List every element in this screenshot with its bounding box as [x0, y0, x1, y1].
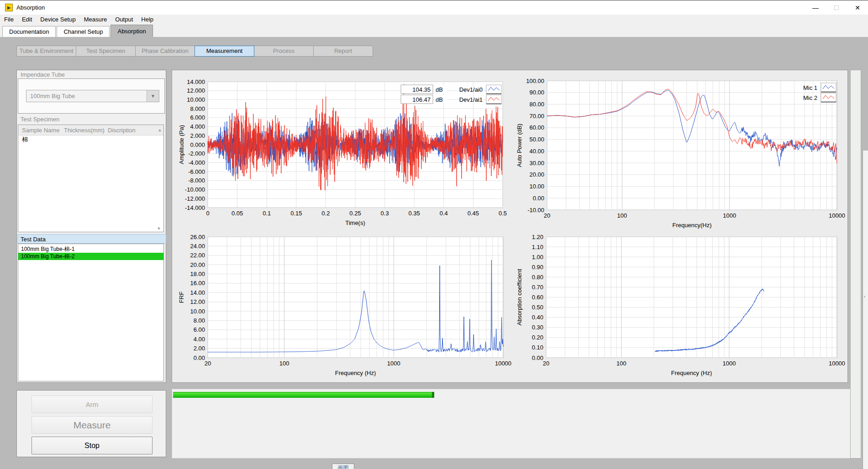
time-ylabel: Amplitude (Pa) [178, 125, 185, 164]
table-row[interactable]: 棉 [18, 135, 163, 144]
svg-text:4.000: 4.000 [190, 123, 205, 130]
menu-item-file[interactable]: File [0, 15, 18, 24]
tab-documentation[interactable]: Documentation [2, 26, 56, 37]
svg-text:100: 100 [617, 212, 627, 219]
dropdown-arrow-icon[interactable]: ▼ [147, 90, 159, 102]
svg-text:0.20: 0.20 [532, 334, 543, 341]
menu-item-output[interactable]: Output [111, 15, 137, 24]
svg-text:0.00: 0.00 [194, 354, 205, 361]
time-xlabel: Time(s) [345, 219, 365, 226]
subtab-phase-calibration[interactable]: Phase Calibration [135, 46, 195, 57]
subtab-report[interactable]: Report [313, 46, 373, 57]
menu-item-measure[interactable]: Measure [80, 15, 111, 24]
minimize-button[interactable]: — [805, 0, 826, 15]
impedance-tube-value: 100mm Big Tube [26, 93, 147, 99]
svg-text:-10.000: -10.000 [185, 186, 205, 193]
svg-text:18.00: 18.00 [190, 271, 205, 277]
svg-text:10000: 10000 [829, 360, 845, 367]
svg-text:2.000: 2.000 [190, 132, 205, 139]
collapse-chevron-icon[interactable]: ‹ [864, 294, 865, 299]
frf-chart: 26.0024.0022.0020.0018.0016.0014.0012.00… [177, 232, 508, 389]
time-plot-svg: 14.00012.00010.0008.0006.0004.0002.0000.… [177, 77, 508, 232]
right-side-strip [850, 70, 861, 459]
svg-text:0.10: 0.10 [532, 344, 543, 351]
vertical-scrollbar-thumb[interactable]: ‹ [863, 151, 868, 469]
abs-plot-svg: 1.201.101.000.900.800.700.600.500.400.30… [515, 232, 848, 389]
test-data-label: Test Data [17, 234, 166, 244]
control-button-panel: Arm Measure Stop [16, 390, 166, 457]
maximize-button[interactable]: ☐ [826, 0, 847, 15]
col-sample-name: Sample Name [18, 127, 64, 134]
vertical-scrollbar[interactable]: ‹ [863, 70, 868, 469]
svg-text:10000: 10000 [829, 212, 845, 219]
canvas-tab[interactable]: 画图 [332, 464, 354, 469]
subtab-process[interactable]: Process [254, 46, 314, 57]
svg-text:0.00: 0.00 [532, 354, 543, 361]
subtab-measurement[interactable]: Measurement [195, 46, 254, 57]
svg-text:10000: 10000 [495, 360, 511, 367]
svg-text:0.5: 0.5 [499, 210, 507, 217]
arm-button[interactable]: Arm [32, 396, 153, 413]
subtab-tube-environment[interactable]: Tube & Environment [16, 46, 76, 57]
svg-text:14.000: 14.000 [187, 78, 205, 85]
test-specimen-table: Sample Name Thickness(mm) Discription ▲ … [18, 125, 164, 232]
svg-text:1.10: 1.10 [532, 244, 543, 250]
menu-item-device-setup[interactable]: Device Setup [36, 15, 79, 24]
svg-text:1.20: 1.20 [532, 234, 543, 240]
sample-name-cell: 棉 [18, 135, 64, 144]
svg-text:106.47: 106.47 [412, 96, 431, 103]
stop-button[interactable]: Stop [32, 437, 153, 454]
frf-plot-svg: 26.0024.0022.0020.0018.0016.0014.0012.00… [177, 232, 508, 389]
menu-bar: FileEditDevice SetupMeasureOutputHelp [0, 15, 868, 24]
frf-ylabel: FRF [178, 292, 185, 303]
svg-text:100: 100 [279, 360, 289, 367]
svg-text:Dev1/ai0: Dev1/ai0 [459, 86, 483, 93]
svg-text:Dev1/ai1: Dev1/ai1 [459, 96, 483, 103]
table-scroll-down-icon[interactable]: ▼ [155, 226, 163, 231]
test-specimen-header: Sample Name Thickness(mm) Discription ▲ [18, 125, 163, 135]
svg-text:26.00: 26.00 [190, 234, 205, 240]
time-waveform-chart: 14.00012.00010.0008.0006.0004.0002.0000.… [177, 77, 508, 232]
svg-text:20: 20 [543, 360, 549, 367]
measure-button[interactable]: Measure [32, 416, 153, 434]
window-title: Absorption [16, 4, 45, 11]
tab-channel-setup[interactable]: Channel Setup [57, 26, 110, 37]
auto-plot-svg: 100.0090.0080.0070.0060.0050.0040.0030.0… [515, 76, 848, 233]
svg-text:0.50: 0.50 [532, 304, 543, 311]
test-data-item[interactable]: 100mm Big Tube-棉-2 [18, 253, 163, 260]
svg-text:104.35: 104.35 [412, 86, 431, 93]
svg-text:90.00: 90.00 [529, 89, 544, 96]
svg-text:-2.000: -2.000 [188, 150, 205, 157]
svg-text:-6.000: -6.000 [188, 168, 205, 175]
subtab-test-specimen[interactable]: Test Specimen [76, 46, 136, 57]
svg-text:10.000: 10.000 [187, 96, 205, 103]
abs-ylabel: Absorption coefficient [516, 269, 523, 325]
window-controls: — ☐ ✕ [805, 0, 868, 15]
svg-text:0.25: 0.25 [349, 210, 361, 217]
impedance-tube-box: 100mm Big Tube ▼ [18, 78, 165, 114]
svg-text:40.00: 40.00 [529, 148, 544, 155]
table-scroll-up-icon[interactable]: ▲ [156, 128, 163, 132]
svg-text:80.00: 80.00 [529, 101, 544, 108]
svg-text:dB: dB [436, 96, 443, 103]
svg-text:30.00: 30.00 [529, 160, 544, 167]
svg-text:0.40: 0.40 [532, 314, 543, 321]
frf-xlabel: Frequency (Hz) [335, 370, 376, 376]
svg-text:0.3: 0.3 [381, 210, 389, 217]
svg-text:0.45: 0.45 [468, 210, 479, 217]
menu-item-edit[interactable]: Edit [18, 15, 36, 24]
svg-text:1.00: 1.00 [532, 254, 543, 261]
test-data-item[interactable]: 100mm Big Tube-棉-1 [18, 245, 163, 253]
svg-text:100.00: 100.00 [526, 78, 544, 84]
impedance-tube-dropdown[interactable]: 100mm Big Tube ▼ [26, 90, 159, 102]
svg-text:Mic 2: Mic 2 [803, 94, 817, 101]
tab-absorption[interactable]: Absorption [110, 25, 153, 37]
menu-item-help[interactable]: Help [137, 15, 158, 24]
auto-xlabel: Frequency(Hz) [673, 222, 712, 229]
svg-text:20.00: 20.00 [529, 171, 544, 178]
svg-text:-8.000: -8.000 [188, 177, 205, 184]
bottom-panel [172, 389, 860, 459]
close-button[interactable]: ✕ [847, 0, 868, 15]
svg-text:0.1: 0.1 [263, 210, 271, 217]
svg-text:6.000: 6.000 [190, 114, 205, 121]
